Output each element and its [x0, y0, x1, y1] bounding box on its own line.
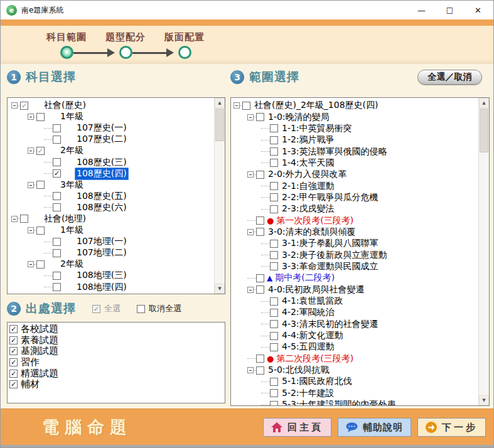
tree-label[interactable]: 4-1:袁世凱當政	[280, 295, 345, 307]
tree-row[interactable]: 1年級	[8, 111, 214, 122]
checkbox[interactable]: ✓	[9, 380, 18, 388]
checkbox[interactable]: ✓	[20, 102, 28, 110]
expand-collapse-icon[interactable]	[247, 287, 254, 293]
scroll-thumb[interactable]	[215, 109, 224, 141]
tree-label[interactable]: 1-3:英法聯軍與俄國的侵略	[280, 146, 389, 158]
tree-label[interactable]: 第一次段考(三段考)	[274, 215, 355, 227]
list-item[interactable]: ✓素養試題	[9, 335, 225, 346]
tree-row[interactable]: 5-3:十年建設期間的內憂外患	[231, 399, 478, 405]
tree-label[interactable]: 107地理(二)	[75, 247, 129, 259]
tree-row[interactable]: ●第二次段考(三段考)	[231, 353, 478, 365]
checkbox[interactable]	[242, 102, 250, 110]
tree-label[interactable]: 2年級	[58, 144, 85, 157]
tree-row[interactable]: 1-2:鴉片戰爭	[231, 134, 478, 146]
tree-row[interactable]: 3-0:清末的衰頹與傾覆	[231, 227, 478, 238]
checkbox[interactable]	[270, 389, 278, 397]
tree-label[interactable]: 107地理(一)	[75, 235, 129, 248]
tree-row[interactable]: 3-1:庚子拳亂與八國聯軍	[231, 238, 478, 249]
tree-row[interactable]: ●第一次段考(三段考)	[231, 215, 478, 226]
scroll-thumb[interactable]	[480, 109, 488, 152]
tree-label[interactable]: 社會(歷史)_2年級_108歷史(四)	[252, 99, 380, 112]
tree-label[interactable]: 4-4:新文化運動	[280, 329, 345, 342]
tree-row[interactable]: 4-2:軍閥統治	[231, 307, 478, 318]
tree-row[interactable]: 107地理(二)	[8, 247, 214, 259]
checkbox[interactable]	[270, 262, 278, 270]
tree-label[interactable]: 1年級	[58, 224, 85, 237]
tree-label[interactable]: 2-2:甲午戰爭與瓜分危機	[280, 191, 380, 204]
scroll-track[interactable]	[215, 108, 225, 284]
tree-row[interactable]: 108地理(四)	[8, 282, 214, 293]
tree-row[interactable]: 4-3:清末民初的社會變遷	[231, 319, 478, 330]
tree-row[interactable]: 3年級	[8, 179, 214, 191]
checkbox[interactable]	[53, 238, 61, 246]
checkbox[interactable]	[270, 320, 278, 328]
checkbox[interactable]	[270, 205, 278, 213]
expand-collapse-icon[interactable]	[247, 229, 254, 235]
home-button[interactable]: 回主頁	[263, 418, 331, 437]
checkbox[interactable]: ✓	[9, 370, 18, 378]
select-all-checkbox[interactable]: ✓ 全選	[92, 303, 121, 314]
checkbox[interactable]	[53, 283, 61, 291]
close-button[interactable]: ✕	[464, 1, 492, 19]
tree-row[interactable]: 108歷史(六)	[8, 202, 214, 213]
checkbox[interactable]	[270, 193, 278, 201]
expand-collapse-icon[interactable]	[234, 102, 240, 109]
list-item[interactable]: ✓精選試題	[9, 368, 225, 379]
checkbox[interactable]	[270, 332, 278, 340]
tree-label[interactable]: 社會(歷史)	[42, 99, 88, 112]
tree-row[interactable]: 1-4:太平天國	[231, 157, 478, 169]
checkbox[interactable]	[36, 227, 45, 235]
checkbox[interactable]	[53, 124, 61, 132]
checkbox[interactable]	[53, 136, 61, 144]
tree-row[interactable]: 1-3:英法聯軍與俄國的侵略	[231, 146, 478, 157]
checkbox[interactable]	[270, 343, 278, 351]
expand-collapse-icon[interactable]	[28, 227, 34, 233]
checkbox[interactable]	[53, 192, 61, 200]
checkbox[interactable]	[270, 309, 278, 317]
checkbox[interactable]	[36, 113, 45, 121]
tree-row[interactable]: 社會(地理)	[8, 213, 214, 225]
expand-collapse-icon[interactable]	[28, 147, 34, 154]
tree-label[interactable]: 107歷史(二)	[75, 133, 129, 146]
tree-row[interactable]: ✓社會(歷史)	[8, 100, 214, 111]
checkbox[interactable]	[270, 378, 278, 386]
range-tree-scrollbar[interactable]: ▲ ▼	[478, 98, 489, 405]
scroll-down-icon[interactable]: ▼	[479, 395, 489, 405]
tree-row[interactable]: 4-4:新文化運動	[231, 330, 478, 341]
tree-row[interactable]: 4-1:袁世凱當政	[231, 296, 478, 307]
checkbox[interactable]	[270, 124, 278, 132]
checkbox[interactable]	[53, 249, 61, 257]
tree-label[interactable]: 4-2:軍閥統治	[280, 306, 336, 319]
checkbox[interactable]: ✓	[9, 325, 18, 333]
subject-tree-scrollbar[interactable]: ▲ ▼	[214, 98, 225, 294]
expand-collapse-icon[interactable]	[11, 102, 18, 109]
tree-row[interactable]: 1年級	[8, 225, 214, 236]
tree-label[interactable]: 1年級	[58, 110, 85, 123]
tree-row[interactable]: 5-0:北伐與抗戰	[231, 365, 478, 376]
tree-row[interactable]: 3-3:革命運動與民國成立	[231, 261, 478, 272]
list-item[interactable]: ✓習作	[9, 357, 225, 368]
tree-label[interactable]: 108歷史(四)	[75, 168, 129, 180]
checkbox[interactable]	[36, 260, 45, 269]
expand-collapse-icon[interactable]	[28, 182, 34, 188]
tree-row[interactable]: 3-2:庚子後新政與立憲運動	[231, 249, 478, 260]
checkbox[interactable]	[270, 182, 278, 190]
expand-collapse-icon[interactable]	[28, 114, 34, 120]
tree-label[interactable]: 108歷史(五)	[75, 190, 129, 203]
scroll-up-icon[interactable]: ▲	[479, 98, 489, 108]
checkbox[interactable]	[53, 158, 61, 166]
tree-row[interactable]: 2-2:甲午戰爭與瓜分危機	[231, 192, 478, 203]
checkbox[interactable]	[256, 171, 264, 179]
tree-row[interactable]: 1-1:中英貿易衝突	[231, 123, 478, 134]
tree-row[interactable]: ▲期中考(二段考)	[231, 272, 478, 284]
tree-label[interactable]: 108歷史(三)	[75, 156, 129, 169]
tree-row[interactable]: 1-0:晚清的變局	[231, 111, 478, 122]
checkbox[interactable]	[270, 136, 278, 144]
checkbox[interactable]: ✓	[92, 305, 100, 313]
tree-label[interactable]: 1-4:太平天國	[280, 157, 336, 169]
tree-label[interactable]: 第二次段考(三段考)	[274, 353, 355, 365]
tree-row[interactable]: ✓108歷史(四)	[8, 168, 214, 179]
tree-row[interactable]: 107歷史(二)	[8, 134, 214, 145]
checkbox[interactable]	[256, 228, 264, 236]
tree-label[interactable]: 3年級	[58, 292, 85, 294]
